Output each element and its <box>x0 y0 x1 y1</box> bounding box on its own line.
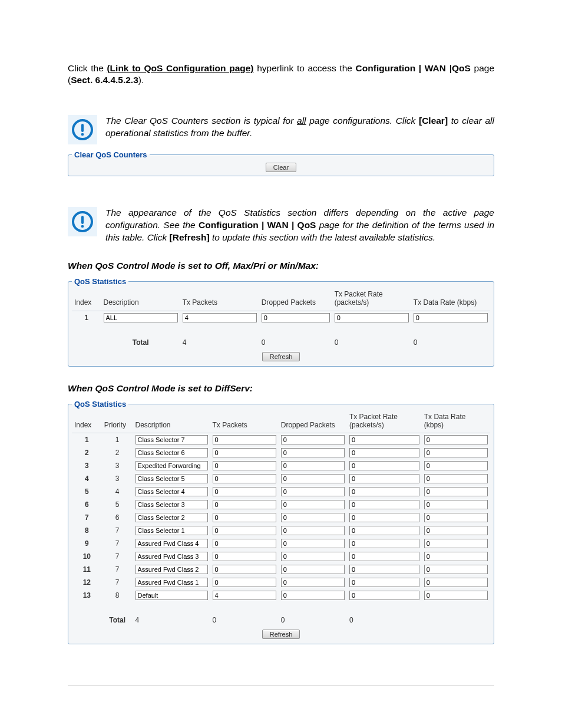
pr-input[interactable] <box>349 474 419 483</box>
tx-input[interactable] <box>213 552 276 561</box>
desc-input[interactable] <box>135 591 208 600</box>
table-row: 117 <box>72 563 490 576</box>
desc-input[interactable] <box>135 448 208 457</box>
pr-input[interactable] <box>349 435 419 444</box>
tx-input[interactable] <box>213 500 276 509</box>
dr-input[interactable] <box>424 513 488 522</box>
qos-off-table: Index Description Tx Packets Dropped Pac… <box>72 288 490 348</box>
tx-input[interactable] <box>213 578 276 587</box>
pr-input[interactable] <box>335 313 409 322</box>
tx-input[interactable] <box>213 487 276 496</box>
table-row: 97 <box>72 537 490 550</box>
table-row: 1 <box>72 311 490 324</box>
refresh-button[interactable]: Refresh <box>262 352 300 361</box>
pr-input[interactable] <box>349 526 419 535</box>
mode-diffserv-heading: When QoS Control Mode is set to DiffServ… <box>68 383 494 394</box>
tx-input[interactable] <box>213 565 276 574</box>
dp-input[interactable] <box>281 448 345 457</box>
pr-input[interactable] <box>349 565 419 574</box>
tx-input[interactable] <box>213 435 276 444</box>
svg-point-2 <box>81 133 84 136</box>
desc-input[interactable] <box>135 474 208 483</box>
dr-input[interactable] <box>424 435 488 444</box>
desc-input[interactable] <box>135 565 208 574</box>
svg-point-5 <box>81 225 84 228</box>
qos-stats-legend: QoS Statistics <box>72 277 128 286</box>
pr-input[interactable] <box>349 461 419 470</box>
dp-input[interactable] <box>281 435 345 444</box>
tx-input[interactable] <box>213 513 276 522</box>
dr-input[interactable] <box>424 539 488 548</box>
info-icon <box>68 207 97 236</box>
dr-input[interactable] <box>424 565 488 574</box>
dp-input[interactable] <box>262 313 330 322</box>
dp-input[interactable] <box>281 487 345 496</box>
clear-qos-fieldset: Clear QoS Counters Clear <box>68 150 494 176</box>
dp-input[interactable] <box>281 513 345 522</box>
desc-input[interactable] <box>104 313 178 322</box>
dr-input[interactable] <box>424 526 488 535</box>
dr-input[interactable] <box>424 500 488 509</box>
pr-input[interactable] <box>349 578 419 587</box>
dp-input[interactable] <box>281 578 345 587</box>
dr-input[interactable] <box>424 461 488 470</box>
table-row: 87 <box>72 524 490 537</box>
dp-input[interactable] <box>281 526 345 535</box>
pr-input[interactable] <box>349 591 419 600</box>
desc-input[interactable] <box>135 513 208 522</box>
pr-input[interactable] <box>349 552 419 561</box>
desc-input[interactable] <box>135 461 208 470</box>
refresh-button[interactable]: Refresh <box>262 630 300 639</box>
info-icon <box>68 115 97 144</box>
dr-input[interactable] <box>424 552 488 561</box>
qos-diffserv-table: Index Priority Description Tx Packets Dr… <box>72 411 490 627</box>
dp-input[interactable] <box>281 461 345 470</box>
svg-rect-1 <box>81 124 84 132</box>
tx-input[interactable] <box>213 526 276 535</box>
qos-stats-legend: QoS Statistics <box>72 400 128 409</box>
tip2-text: The appearance of the QoS Statistics sec… <box>105 207 494 244</box>
dr-input[interactable] <box>424 448 488 457</box>
tx-input[interactable] <box>213 448 276 457</box>
tip1-text: The Clear QoS Counters section is typica… <box>105 115 494 140</box>
desc-input[interactable] <box>135 435 208 444</box>
tx-input[interactable] <box>213 591 276 600</box>
pr-input[interactable] <box>349 513 419 522</box>
table-row: 65 <box>72 498 490 511</box>
dr-input[interactable] <box>424 578 488 587</box>
dr-input[interactable] <box>424 591 488 600</box>
tx-input[interactable] <box>213 539 276 548</box>
table-row: 11 <box>72 433 490 447</box>
tx-input[interactable] <box>213 474 276 483</box>
clear-button[interactable]: Clear <box>266 163 296 172</box>
qos-stats-off-fieldset: QoS Statistics Index Description Tx Pack… <box>68 277 494 367</box>
dr-input[interactable] <box>414 313 488 322</box>
dp-input[interactable] <box>281 539 345 548</box>
dp-input[interactable] <box>281 474 345 483</box>
table-row: 127 <box>72 576 490 589</box>
qos-config-link[interactable]: (Link to QoS Configuration page) <box>107 63 253 73</box>
dr-input[interactable] <box>424 474 488 483</box>
pr-input[interactable] <box>349 448 419 457</box>
pr-input[interactable] <box>349 500 419 509</box>
tx-input[interactable] <box>213 461 276 470</box>
tx-input[interactable] <box>183 313 257 322</box>
table-row: 43 <box>72 472 490 485</box>
desc-input[interactable] <box>135 552 208 561</box>
qos-stats-diffserv-fieldset: QoS Statistics Index Priority Descriptio… <box>68 400 494 645</box>
dp-input[interactable] <box>281 500 345 509</box>
pr-input[interactable] <box>349 539 419 548</box>
pr-input[interactable] <box>349 487 419 496</box>
dp-input[interactable] <box>281 591 345 600</box>
table-row: 33 <box>72 459 490 472</box>
desc-input[interactable] <box>135 500 208 509</box>
dr-input[interactable] <box>424 487 488 496</box>
intro-paragraph: Click the (Link to QoS Configuration pag… <box>68 62 494 87</box>
desc-input[interactable] <box>135 526 208 535</box>
desc-input[interactable] <box>135 487 208 496</box>
dp-input[interactable] <box>281 565 345 574</box>
desc-input[interactable] <box>135 539 208 548</box>
dp-input[interactable] <box>281 552 345 561</box>
table-row: 22 <box>72 446 490 459</box>
desc-input[interactable] <box>135 578 208 587</box>
